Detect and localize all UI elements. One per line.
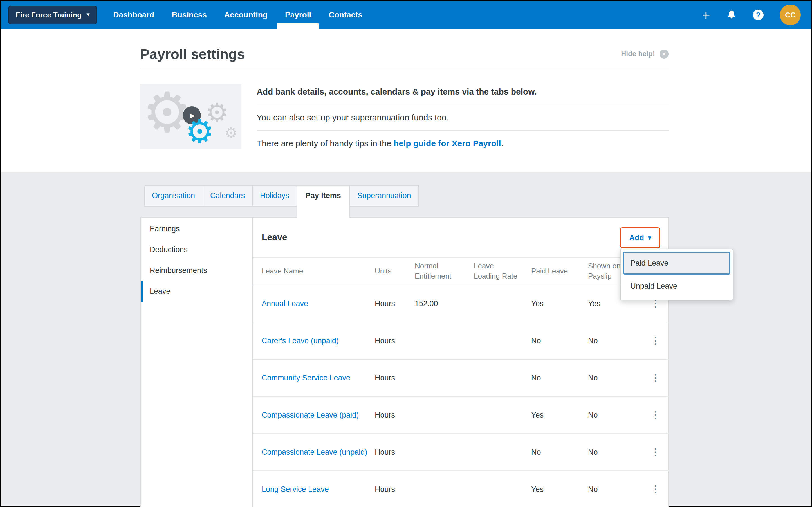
cell-units: Hours	[375, 448, 415, 456]
divider	[140, 69, 669, 69]
help-icon[interactable]: ?	[753, 9, 764, 20]
org-switcher[interactable]: Fire Force Training ▾	[8, 5, 97, 24]
nav-contacts[interactable]: Contacts	[329, 0, 362, 29]
close-icon: ×	[659, 50, 669, 59]
nav-business[interactable]: Business	[172, 0, 207, 29]
pay-items-card: Earnings Deductions Reimbursements Leave…	[140, 217, 669, 507]
table-row: Community Service Leave Hours No No ⋮	[253, 359, 669, 397]
help-line-3-text: There are plenty of handy tips in the	[256, 138, 394, 148]
cell-normal-entitlement: 152.00	[415, 299, 474, 308]
settings-tabs: Organisation Calendars Holidays Pay Item…	[144, 185, 812, 217]
leave-name-link[interactable]: Long Service Leave	[253, 485, 375, 494]
nav-payroll[interactable]: Payroll	[285, 0, 311, 29]
gear-icon: ⚙	[225, 125, 238, 140]
hide-help-button[interactable]: Hide help! ×	[621, 50, 669, 59]
help-guide-link[interactable]: help guide for Xero Payroll	[394, 138, 501, 148]
nav-dashboard[interactable]: Dashboard	[113, 0, 154, 29]
cell-paid-leave: Yes	[531, 485, 588, 494]
tab-pay-items[interactable]: Pay Items	[297, 185, 350, 218]
help-line-3-suffix: .	[501, 138, 503, 148]
cell-units: Hours	[375, 374, 415, 382]
help-banner: ⚙ ⚙ ⚙ ▶ ⚙ Add bank details, accounts, ca…	[140, 84, 669, 149]
help-text: Add bank details, accounts, calendars & …	[256, 84, 669, 149]
sidebar-item-earnings[interactable]: Earnings	[141, 218, 252, 239]
screen: Fire Force Training ▾ Dashboard Business…	[0, 0, 812, 507]
menu-item-paid-leave[interactable]: Paid Leave	[623, 251, 731, 274]
leave-table-header: Leave Name Units Normal Entitlement Leav…	[253, 258, 669, 285]
cell-paid-leave: No	[531, 448, 588, 456]
sidebar-item-deductions[interactable]: Deductions	[141, 239, 252, 260]
org-name: Fire Force Training	[16, 10, 81, 19]
leave-name-link[interactable]: Carer's Leave (unpaid)	[253, 337, 375, 345]
row-menu-kebab-icon[interactable]: ⋮	[651, 447, 660, 457]
gear-icon: ⚙	[185, 115, 214, 148]
hide-help-label: Hide help!	[621, 50, 655, 58]
col-header-leave-name: Leave Name	[253, 266, 375, 276]
cell-paid-leave: No	[531, 337, 588, 345]
cell-shown-on-payslip: No	[588, 411, 642, 419]
cell-units: Hours	[375, 485, 415, 494]
cell-shown-on-payslip: No	[588, 448, 642, 456]
page-title: Payroll settings	[140, 46, 245, 62]
help-line-3: There are plenty of handy tips in the he…	[256, 130, 669, 148]
sidebar-item-leave[interactable]: Leave	[141, 281, 252, 301]
topbar-actions: + ? CC	[702, 4, 801, 25]
cell-shown-on-payslip: No	[588, 374, 642, 382]
cell-shown-on-payslip: No	[588, 485, 642, 494]
nav-accounting[interactable]: Accounting	[224, 0, 268, 29]
add-button-label: Add	[629, 233, 644, 242]
tab-superannuation[interactable]: Superannuation	[349, 185, 419, 207]
menu-item-unpaid-leave[interactable]: Unpaid Leave	[623, 274, 731, 297]
cell-shown-on-payslip: No	[588, 337, 642, 345]
add-button-highlight-box: Add ▾ Paid Leave Unpaid Leave	[620, 227, 660, 248]
leave-name-link[interactable]: Compassionate Leave (unpaid)	[253, 448, 375, 456]
add-dropdown-menu: Paid Leave Unpaid Leave	[620, 248, 733, 300]
col-header-normal-entitlement: Normal Entitlement	[415, 261, 474, 281]
tab-holidays[interactable]: Holidays	[252, 185, 297, 207]
row-menu-kebab-icon[interactable]: ⋮	[651, 485, 660, 494]
page-head: Payroll settings Hide help! ×	[140, 46, 669, 62]
cell-shown-on-payslip: Yes	[588, 299, 642, 308]
table-row: Compassionate Leave (paid) Hours Yes No …	[253, 397, 669, 434]
cell-units: Hours	[375, 299, 415, 308]
help-line-1: Add bank details, accounts, calendars & …	[256, 84, 669, 105]
row-menu-kebab-icon[interactable]: ⋮	[651, 336, 660, 345]
help-line-2: You can also set up your superannuation …	[256, 105, 669, 130]
leave-panel-title: Leave	[262, 232, 287, 242]
table-row: Annual Leave Hours 152.00 Yes Yes ⋮	[253, 285, 669, 323]
row-menu-kebab-icon[interactable]: ⋮	[651, 373, 660, 383]
cell-paid-leave: Yes	[531, 299, 588, 308]
col-header-units: Units	[375, 266, 415, 276]
sidebar-item-reimbursements[interactable]: Reimbursements	[141, 260, 252, 281]
add-button[interactable]: Add ▾	[621, 228, 659, 247]
col-header-leave-loading-rate: Leave Loading Rate	[474, 261, 531, 281]
table-row: Compassionate Leave (unpaid) Hours No No…	[253, 434, 669, 471]
leave-name-link[interactable]: Community Service Leave	[253, 374, 375, 382]
avatar[interactable]: CC	[780, 4, 801, 25]
pay-items-subnav: Earnings Deductions Reimbursements Leave	[141, 218, 253, 507]
leave-panel: Leave Add ▾ Paid Leave Unpaid Leave	[253, 218, 669, 507]
col-header-paid-leave: Paid Leave	[531, 266, 588, 276]
gears-illustration: ⚙ ⚙ ⚙ ▶ ⚙	[140, 84, 241, 149]
notifications-bell-icon[interactable]	[727, 10, 737, 20]
leave-panel-header: Leave Add ▾ Paid Leave Unpaid Leave	[253, 218, 669, 258]
leave-name-link[interactable]: Annual Leave	[253, 299, 375, 308]
cell-paid-leave: No	[531, 374, 588, 382]
cell-units: Hours	[375, 337, 415, 345]
row-menu-kebab-icon[interactable]: ⋮	[651, 410, 660, 420]
settings-section: Organisation Calendars Holidays Pay Item…	[0, 172, 812, 507]
tab-organisation[interactable]: Organisation	[144, 185, 203, 207]
cell-paid-leave: Yes	[531, 411, 588, 419]
top-nav: Dashboard Business Accounting Payroll Co…	[113, 0, 362, 29]
top-bar: Fire Force Training ▾ Dashboard Business…	[0, 0, 812, 29]
plus-icon[interactable]: +	[702, 8, 710, 22]
tab-calendars[interactable]: Calendars	[202, 185, 253, 207]
chevron-down-icon: ▾	[648, 234, 651, 240]
table-row: Long Service Leave Hours Yes No ⋮	[253, 471, 669, 507]
row-menu-kebab-icon[interactable]: ⋮	[651, 299, 660, 308]
table-row: Carer's Leave (unpaid) Hours No No ⋮	[253, 323, 669, 359]
chevron-down-icon: ▾	[86, 12, 90, 17]
cell-units: Hours	[375, 411, 415, 419]
leave-name-link[interactable]: Compassionate Leave (paid)	[253, 411, 375, 419]
